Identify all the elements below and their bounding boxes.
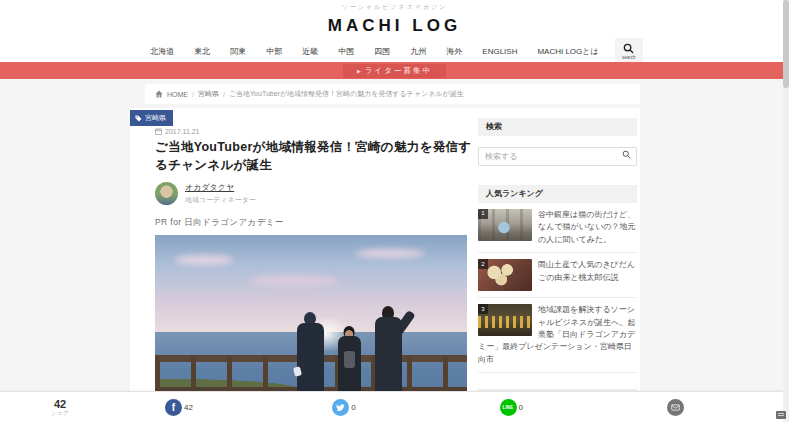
breadcrumb-home[interactable]: HOME	[167, 91, 188, 98]
author-meta: オカダタクヤ 地域コーディネーター	[185, 182, 256, 205]
article: 2017.11.21 ご当地YouTuberが地域情報発信！宮崎の魅力を発信する…	[155, 108, 475, 422]
author-avatar[interactable]	[155, 182, 178, 205]
tag-icon	[135, 115, 142, 122]
banner-arrow-icon: ▶	[357, 68, 361, 74]
nav-item-about[interactable]: MACHI LOGとは	[527, 40, 608, 63]
popular-ranking-widget: 人気ランキング 1 谷中銀座は猫の街だけど、なんで猫がいないの？地元の人に聞いて…	[478, 185, 637, 373]
article-date-row: 2017.11.21	[155, 128, 475, 135]
breadcrumb-current-page: ご当地YouTuberが地域情報発信！宮崎の魅力を発信するチャンネルが誕生	[229, 89, 464, 99]
breadcrumb-separator: /	[223, 91, 225, 98]
author-name-link[interactable]: オカダタクヤ	[185, 182, 256, 193]
browser-viewport: ソーシャルビジネスマガジン MACHI LOG 北海道 東北 関東 中部 近畿 …	[0, 0, 789, 422]
sidebar-search-input[interactable]	[478, 147, 637, 166]
nav-item-chubu[interactable]: 中部	[256, 40, 292, 63]
rank-badge: 2	[478, 259, 488, 269]
ranking-item-3[interactable]: 3 地域課題を解決するソーシャルビジネスが誕生へ。起業塾「日向ドラゴンアカデミー…	[478, 298, 637, 373]
search-box	[478, 145, 637, 166]
breadcrumb-miyazaki[interactable]: 宮崎県	[198, 89, 219, 99]
search-submit-icon[interactable]	[622, 150, 631, 159]
search-button[interactable]: search	[615, 38, 643, 64]
share-total: 42 シェア	[0, 398, 120, 417]
ranking-thumbnail-1: 1	[478, 209, 532, 241]
banner-label: ライター募集中	[365, 66, 432, 76]
scrollbar-thumb[interactable]	[783, 0, 789, 88]
pr-credit: PR for 日向ドラゴンアカデミー	[155, 217, 475, 229]
photo-cloud	[355, 249, 425, 258]
facebook-share-count: 42	[184, 403, 193, 412]
writer-recruit-banner[interactable]: ▶ ライター募集中	[0, 62, 789, 79]
article-date: 2017.11.21	[165, 128, 200, 135]
nav-item-kyushu[interactable]: 九州	[400, 40, 436, 63]
breadcrumb-separator: /	[192, 91, 194, 98]
ranking-widget-title: 人気ランキング	[478, 185, 637, 203]
mail-icon	[667, 399, 684, 416]
share-total-label: シェア	[0, 410, 120, 417]
mail-share-button[interactable]	[622, 392, 789, 422]
nav-item-overseas[interactable]: 海外	[436, 40, 472, 63]
search-icon	[623, 43, 634, 54]
author-row: オカダタクヤ 地域コーディネーター	[155, 182, 475, 205]
author-role: 地域コーディネーター	[185, 195, 256, 205]
article-title: ご当地YouTuberが地域情報発信！宮崎の魅力を発信するチャンネルが誕生	[155, 139, 475, 175]
nav-item-tohoku[interactable]: 東北	[184, 40, 220, 63]
vertical-scrollbar[interactable]	[783, 0, 789, 422]
main-content-panel: 宮崎県 2017.11.21 ご当地YouTuberが地域情報発信！宮崎の魅力を…	[130, 108, 640, 422]
line-share-count: 0	[519, 403, 523, 412]
breadcrumb: HOME / 宮崎県 / ご当地YouTuberが地域情報発信！宮崎の魅力を発信…	[145, 84, 640, 104]
window-corner-widget	[776, 411, 786, 419]
share-buttons: f 42 0 LINE 0	[120, 392, 789, 422]
photo-cloud	[174, 255, 234, 265]
search-widget: 検索	[478, 118, 637, 166]
rank-badge: 3	[478, 304, 488, 314]
search-widget-title: 検索	[478, 118, 637, 136]
facebook-share-button[interactable]: f 42	[120, 392, 287, 422]
home-icon	[155, 90, 163, 98]
ranking-thumbnail-3: 3	[478, 304, 532, 336]
line-share-button[interactable]: LINE 0	[455, 392, 622, 422]
calendar-icon	[155, 128, 162, 135]
writer-recruit-banner-inner: ▶ ライター募集中	[343, 64, 446, 78]
twitter-icon	[332, 399, 349, 416]
nav-item-english[interactable]: ENGLISH	[472, 41, 527, 62]
nav-item-kinki[interactable]: 近畿	[292, 40, 328, 63]
facebook-icon: f	[165, 399, 182, 416]
sidebar: 検索 人気ランキング 1 谷中銀座は猫の街だけど、なんで猫がいないの？地元の人に…	[478, 118, 637, 422]
ranking-item-2[interactable]: 2 岡山土産で人気のきびだんごの由来と桃太郎伝説	[478, 253, 637, 298]
nav-item-kanto[interactable]: 関東	[220, 40, 256, 63]
ranking-thumbnail-2: 2	[478, 259, 532, 291]
site-tagline: ソーシャルビジネスマガジン	[0, 0, 789, 12]
nav-item-shikoku[interactable]: 四国	[364, 40, 400, 63]
share-total-count: 42	[0, 398, 120, 410]
twitter-share-count: 0	[351, 403, 355, 412]
rank-badge: 1	[478, 209, 488, 219]
ranking-item-text: 谷中銀座は猫の街だけど、なんで猫がいないの？地元の人に聞いてみた。	[538, 210, 636, 244]
main-nav: 北海道 東北 関東 中部 近畿 中国 四国 九州 海外 ENGLISH MACH…	[0, 38, 783, 64]
nav-item-hokkaido[interactable]: 北海道	[140, 40, 184, 63]
line-icon: LINE	[500, 399, 517, 416]
twitter-share-button[interactable]: 0	[287, 392, 454, 422]
share-bar: 42 シェア f 42 0 LINE 0	[0, 391, 789, 422]
site-logo[interactable]: MACHI LOG	[0, 16, 789, 36]
search-button-label: search	[622, 55, 636, 60]
site-header: ソーシャルビジネスマガジン MACHI LOG 北海道 東北 関東 中部 近畿 …	[0, 0, 789, 62]
nav-item-chugoku[interactable]: 中国	[328, 40, 364, 63]
ranking-item-1[interactable]: 1 谷中銀座は猫の街だけど、なんで猫がいないの？地元の人に聞いてみた。	[478, 203, 637, 253]
ranking-item-text: 岡山土産で人気のきびだんごの由来と桃太郎伝説	[538, 260, 635, 281]
